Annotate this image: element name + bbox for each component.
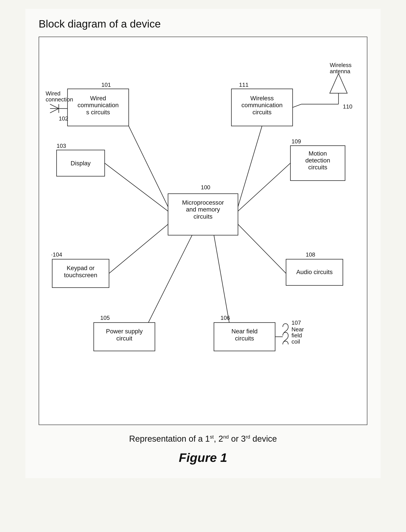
- line-near-field: [214, 235, 229, 323]
- wireless-antenna-label1: Wireless: [330, 62, 352, 68]
- antenna-triangle: [330, 74, 347, 93]
- page: Block diagram of a device text { font-fa…: [25, 9, 381, 478]
- wired-connection-label2: connection: [46, 96, 73, 103]
- wireless-comm-label3: circuits: [253, 109, 272, 116]
- audio-label: Audio circuits: [296, 269, 333, 276]
- near-field-coil-label2: field: [292, 332, 302, 339]
- wired-connector-line1: [50, 104, 59, 108]
- ref-110: 110: [343, 103, 353, 110]
- line-wired-comm: [129, 126, 168, 207]
- motion-label2: detection: [305, 157, 330, 164]
- wired-comm-label3: s circuits: [86, 109, 110, 116]
- near-field-label1: Near field: [232, 328, 258, 335]
- display-label: Display: [71, 160, 91, 167]
- antenna-to-box-line2: [292, 104, 301, 107]
- wireless-comm-label1: Wireless: [250, 95, 274, 102]
- microprocessor-label: Microprocessor: [182, 199, 224, 206]
- line-power: [148, 235, 192, 323]
- wired-comm-label1: Wired: [90, 95, 106, 102]
- microprocessor-label3: circuits: [193, 213, 213, 220]
- keypad-label2: touchscreen: [64, 272, 97, 278]
- motion-label1: Motion: [309, 150, 327, 157]
- near-field-coil-label1: Near: [292, 326, 304, 333]
- wired-connection-label1: Wired: [46, 90, 61, 97]
- wired-comm-label2: communication: [78, 102, 119, 108]
- diagram-box: text { font-family: Arial, sans-serif; }…: [39, 37, 367, 425]
- ref-100: 100: [201, 184, 210, 191]
- keypad-label1: Keypad or: [67, 265, 95, 271]
- page-title: Block diagram of a device: [39, 18, 367, 30]
- line-audio: [238, 224, 286, 273]
- ref-105: 105: [100, 315, 110, 321]
- line-wireless-comm: [238, 126, 262, 207]
- line-motion: [238, 163, 290, 211]
- near-field-coil-label3: coil: [292, 339, 300, 345]
- diagram-svg: text { font-family: Arial, sans-serif; }…: [39, 37, 367, 425]
- wired-connector-line3: [50, 108, 59, 113]
- wireless-antenna-label2: antenna: [330, 68, 350, 74]
- power-supply-label2: circuit: [116, 335, 132, 342]
- ref-102: 102: [59, 115, 68, 122]
- caption: Representation of a 1st, 2nd or 3rd devi…: [39, 434, 367, 444]
- ref-107: 107: [292, 319, 301, 326]
- near-field-label2: circuits: [235, 335, 254, 342]
- near-field-coil: [283, 324, 288, 344]
- ref-104: ·104: [51, 251, 62, 258]
- ref-109: 109: [292, 138, 301, 144]
- line-keypad: [109, 224, 168, 273]
- ref-108: 108: [306, 251, 315, 258]
- ref-111: 111: [239, 82, 248, 88]
- wireless-comm-label2: communication: [241, 102, 283, 108]
- microprocessor-label2: and memory: [186, 206, 220, 213]
- motion-label3: circuits: [308, 164, 327, 171]
- ref-101: 101: [101, 82, 111, 88]
- ref-103: 103: [57, 143, 66, 149]
- figure-label: Figure 1: [39, 450, 367, 465]
- power-supply-label1: Power supply: [106, 328, 143, 335]
